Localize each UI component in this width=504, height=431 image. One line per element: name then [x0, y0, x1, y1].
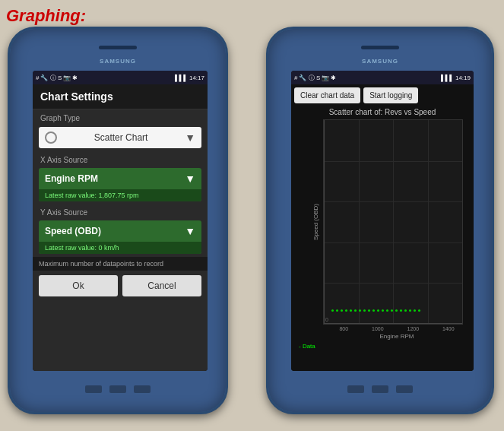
chart-legend: - Data	[291, 341, 474, 351]
cancel-button[interactable]: Cancel	[122, 275, 201, 296]
bluetooth-icon2: ✱	[331, 74, 336, 81]
y-axis-sub: Latest raw value: 0 km/h	[39, 242, 201, 254]
signal-icon: ▌▌▌	[175, 74, 188, 81]
phone2-frame: SAMSUNG # 🔧 ⓘ S 📷 ✱ ▌▌▌ 14:19 Clear char…	[266, 27, 494, 414]
y-axis-label: Speed (OBD)	[312, 204, 319, 240]
phone1-statusbar: # 🔧 ⓘ S 📷 ✱ ▌▌▌ 14:17	[33, 71, 208, 84]
dot3	[341, 309, 343, 312]
phone2-nav-buttons	[347, 385, 413, 393]
signal-icon2: ▌▌▌	[441, 74, 454, 81]
dropdown-arrow-icon: ▼	[185, 132, 195, 144]
grid-v1	[359, 120, 360, 324]
ok-button[interactable]: Ok	[39, 275, 118, 296]
phone1-status-left: # 🔧 ⓘ S 📷 ✱	[36, 74, 78, 82]
x-axis-main: Engine RPM ▼	[39, 168, 201, 189]
phone2-menu-btn[interactable]	[396, 385, 413, 393]
x-tick-800: 800	[339, 326, 348, 331]
dot20	[418, 309, 420, 312]
app-icons: 🔧 ⓘ S 📷	[40, 74, 71, 82]
dot15	[395, 309, 398, 312]
x-tick-1400: 1400	[442, 326, 455, 331]
dot6	[354, 309, 357, 312]
dot16	[400, 309, 402, 312]
y-axis-arrow-icon: ▼	[185, 225, 195, 237]
time-display2: 14:19	[455, 74, 471, 81]
x-axis-dropdown[interactable]: Engine RPM ▼ Latest raw value: 1,807.75 …	[39, 168, 201, 201]
phone2-back-btn[interactable]	[347, 385, 364, 393]
graph-screen: Clear chart data Start logging Scatter c…	[291, 84, 474, 371]
max-datapoints-label: Maximum number of datapoints to record	[33, 257, 208, 271]
dot5	[350, 309, 352, 312]
hash-icon: #	[36, 74, 39, 81]
phone1-frame: SAMSUNG # 🔧 ⓘ S 📷 ✱ ▌▌▌ 14:17 Chart Sett…	[8, 27, 228, 414]
dot11	[377, 309, 379, 312]
settings-title: Chart Settings	[33, 84, 208, 109]
phone2-brand: SAMSUNG	[362, 58, 398, 65]
phone2-statusbar: # 🔧 ⓘ S 📷 ✱ ▌▌▌ 14:19	[291, 71, 474, 84]
phone1-screen: # 🔧 ⓘ S 📷 ✱ ▌▌▌ 14:17 Chart Settings Gra…	[33, 71, 208, 371]
bluetooth-icon: ✱	[72, 74, 78, 81]
graph-type-label: Graph Type	[33, 109, 208, 124]
y-axis-main: Speed (OBD) ▼	[39, 220, 201, 242]
phone1-speaker	[99, 46, 137, 49]
scatter-chart-area: 0	[323, 119, 463, 325]
phone1-menu-btn[interactable]	[134, 385, 151, 393]
dot17	[404, 309, 407, 312]
y-axis-line	[324, 120, 325, 324]
phone1-status-right: ▌▌▌ 14:17	[175, 74, 204, 81]
x-axis-value: Engine RPM	[45, 173, 98, 184]
y-tick-0: 0	[325, 317, 328, 322]
phone1-home-btn[interactable]	[109, 385, 126, 393]
dot9	[368, 309, 370, 312]
x-axis-ticks: 800 1000 1200 1400	[320, 326, 474, 331]
phone2-home-btn[interactable]	[372, 385, 388, 393]
dot18	[409, 309, 411, 312]
x-axis-line	[324, 323, 462, 324]
x-axis-arrow-icon: ▼	[185, 173, 195, 185]
dot10	[372, 309, 375, 312]
dot19	[414, 309, 416, 312]
hash-icon2: #	[294, 74, 297, 81]
x-axis-sub: Latest raw value: 1,807.75 rpm	[39, 189, 201, 201]
y-axis-label: Y Axis Source	[33, 204, 208, 218]
radio-button[interactable]	[45, 132, 57, 144]
phone2-screen: # 🔧 ⓘ S 📷 ✱ ▌▌▌ 14:19 Clear chart data S…	[291, 71, 474, 371]
grid-v2	[393, 120, 394, 324]
y-axis-dropdown[interactable]: Speed (OBD) ▼ Latest raw value: 0 km/h	[39, 220, 201, 254]
graph-type-value: Scatter Chart	[94, 132, 148, 143]
scatter-dots	[331, 309, 420, 312]
grid-v3	[428, 120, 429, 324]
dot12	[382, 309, 384, 312]
phone2-status-right: ▌▌▌ 14:19	[441, 74, 471, 81]
clear-chart-button[interactable]: Clear chart data	[294, 87, 360, 103]
action-buttons: Ok Cancel	[33, 271, 208, 301]
x-axis-label: Engine RPM	[320, 331, 474, 341]
graph-type-dropdown[interactable]: Scatter Chart ▼	[39, 127, 201, 148]
graph-toolbar: Clear chart data Start logging	[291, 84, 474, 106]
phone1-brand: SAMSUNG	[100, 58, 136, 65]
dot1	[331, 309, 334, 312]
x-tick-1000: 1000	[372, 326, 384, 331]
phone2-speaker	[361, 46, 399, 49]
x-tick-1200: 1200	[407, 326, 419, 331]
dot7	[359, 309, 361, 312]
dot4	[345, 309, 347, 312]
y-axis-value: Speed (OBD)	[45, 226, 101, 236]
chart-settings-panel: Chart Settings Graph Type Scatter Chart …	[33, 84, 208, 371]
dot2	[336, 309, 338, 312]
page-title: Graphing:	[6, 6, 86, 26]
chart-title: Scatter chart of: Revs vs Speed	[291, 106, 474, 118]
graph-wrapper: Speed (OBD)	[320, 119, 466, 325]
start-logging-button[interactable]: Start logging	[363, 87, 418, 103]
dot13	[386, 309, 388, 312]
dot14	[391, 309, 393, 312]
phone1-back-btn[interactable]	[85, 385, 102, 393]
time-display: 14:17	[189, 74, 204, 81]
phone1-nav-buttons	[85, 385, 151, 393]
dot8	[363, 309, 366, 312]
phone2-status-left: # 🔧 ⓘ S 📷 ✱	[294, 74, 336, 82]
x-axis-label: X Axis Source	[33, 151, 208, 166]
app-icons2: 🔧 ⓘ S 📷	[299, 74, 329, 82]
